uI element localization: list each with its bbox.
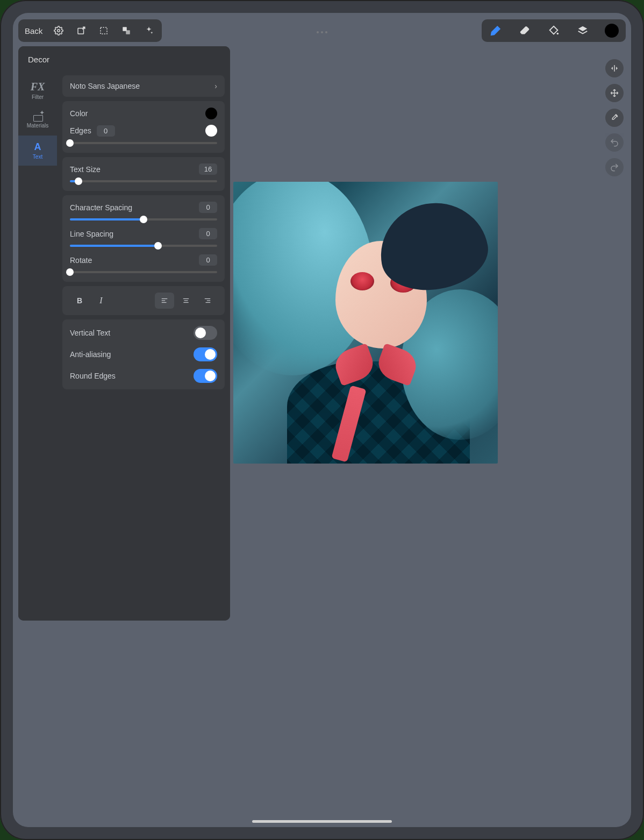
export-icon[interactable] — [73, 22, 90, 39]
line-spacing-value[interactable]: 0 — [199, 228, 217, 239]
decor-panel: Decor FX Filter Materials A Text No — [18, 46, 230, 621]
transform-icon[interactable] — [118, 22, 135, 39]
undo-icon[interactable] — [605, 133, 624, 152]
svg-point-5 — [557, 33, 559, 35]
text-size-card: Text Size 16 — [62, 157, 225, 191]
text-size-slider[interactable] — [70, 180, 217, 182]
home-indicator[interactable] — [252, 820, 392, 823]
line-spacing-label: Line Spacing — [70, 230, 113, 238]
screen: Back — [13, 13, 631, 827]
align-left-button[interactable] — [155, 293, 174, 309]
align-center-button[interactable] — [176, 293, 196, 309]
top-left-toolbar: Back — [18, 19, 162, 42]
svg-point-0 — [58, 30, 60, 32]
font-name: Noto Sans Japanese — [70, 82, 140, 90]
tab-filter-label: Filter — [32, 94, 44, 100]
decor-side-tabs: FX Filter Materials A Text — [18, 46, 57, 621]
tab-materials[interactable]: Materials — [18, 105, 57, 136]
decor-panel-title: Decor — [18, 46, 230, 73]
tab-text-label: Text — [33, 154, 42, 160]
selection-icon[interactable] — [95, 22, 112, 39]
eyedropper-icon[interactable] — [605, 109, 624, 127]
italic-button[interactable]: I — [91, 293, 111, 309]
eraser-icon[interactable] — [516, 22, 533, 39]
text-size-label: Text Size — [70, 165, 101, 174]
vertical-text-label: Vertical Text — [70, 329, 110, 337]
layers-icon[interactable] — [574, 22, 591, 39]
spacing-rotate-card: Character Spacing 0 Line Spacing 0 — [62, 195, 225, 282]
edges-label: Edges — [70, 126, 91, 135]
decor-panel-body: Noto Sans Japanese › Color Edges 0 — [57, 46, 230, 621]
chevron-right-icon: › — [214, 82, 217, 90]
rotate-label: Rotate — [70, 256, 92, 265]
edges-slider[interactable] — [70, 142, 217, 144]
toggle-card: Vertical Text Anti-aliasing Round Edges — [62, 319, 225, 389]
round-edges-toggle[interactable] — [194, 369, 217, 383]
color-label: Color — [70, 109, 88, 118]
vertical-text-toggle[interactable] — [194, 326, 217, 340]
canvas-artwork[interactable] — [233, 182, 498, 464]
edges-value[interactable]: 0 — [97, 125, 115, 137]
back-button[interactable]: Back — [23, 26, 45, 35]
align-right-button[interactable] — [198, 293, 217, 309]
char-spacing-slider[interactable] — [70, 218, 217, 220]
bucket-icon[interactable] — [545, 22, 562, 39]
materials-icon — [32, 113, 43, 122]
rotate-slider[interactable] — [70, 271, 217, 273]
sparkle-icon[interactable] — [140, 22, 158, 39]
settings-icon[interactable] — [50, 22, 67, 39]
tab-filter[interactable]: FX Filter — [18, 75, 57, 105]
format-card: B I — [62, 286, 225, 315]
font-selector[interactable]: Noto Sans Japanese › — [62, 75, 225, 97]
line-spacing-slider[interactable] — [70, 245, 217, 247]
brush-icon[interactable] — [487, 22, 504, 39]
fx-icon: FX — [31, 81, 45, 93]
right-vertical-buttons — [605, 59, 624, 176]
anti-aliasing-label: Anti-aliasing — [70, 350, 111, 359]
top-right-toolbar — [482, 19, 626, 42]
text-size-value[interactable]: 16 — [199, 163, 217, 175]
device-frame: Back — [0, 0, 644, 840]
move-icon[interactable] — [605, 84, 624, 102]
bold-button[interactable]: B — [70, 293, 89, 309]
color-edges-card: Color Edges 0 — [62, 101, 225, 153]
tab-materials-label: Materials — [27, 123, 49, 129]
char-spacing-label: Character Spacing — [70, 203, 132, 212]
color-swatch[interactable] — [603, 22, 620, 39]
rotate-value[interactable]: 0 — [199, 254, 217, 266]
redo-icon[interactable] — [605, 158, 624, 176]
edge-color-swatch[interactable] — [205, 125, 217, 137]
text-a-icon: A — [34, 141, 41, 153]
text-color-swatch[interactable] — [205, 108, 217, 119]
round-edges-label: Round Edges — [70, 372, 116, 380]
svg-rect-2 — [101, 27, 107, 34]
svg-rect-4 — [126, 30, 131, 34]
mirror-icon[interactable] — [605, 59, 624, 77]
tab-text[interactable]: A Text — [18, 136, 57, 166]
anti-aliasing-toggle[interactable] — [194, 347, 217, 361]
more-dots-icon — [317, 31, 327, 33]
char-spacing-value[interactable]: 0 — [199, 202, 217, 213]
